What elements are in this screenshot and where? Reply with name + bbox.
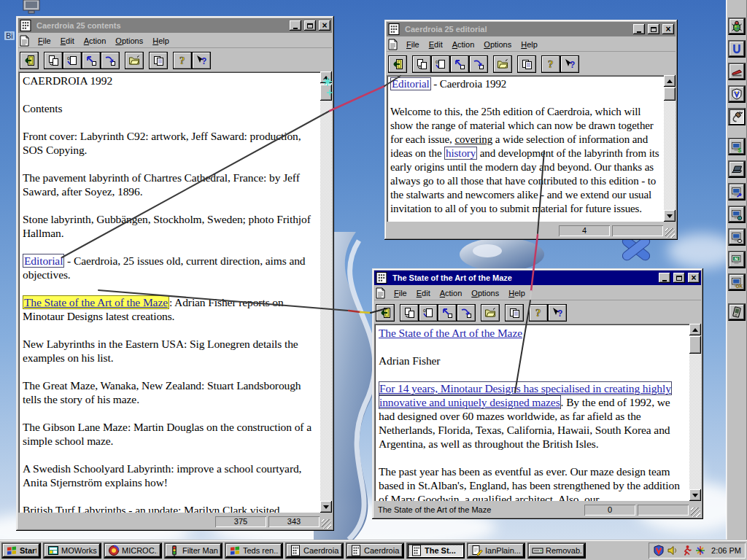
computer-arrow-launcher-button[interactable] <box>728 183 746 201</box>
taskbar-button-moworks[interactable]: MOWorks <box>43 542 101 559</box>
complete-link-button[interactable] <box>457 304 476 322</box>
scroll-down-button[interactable] <box>320 501 332 513</box>
context-help-button[interactable]: ? <box>548 304 567 322</box>
desktop-icon-label[interactable]: Bi <box>4 31 15 40</box>
running-man-icon[interactable] <box>681 545 692 556</box>
menu-options[interactable]: Options <box>111 35 148 47</box>
close-button[interactable]: × <box>319 20 330 31</box>
vertical-scrollbar[interactable] <box>689 324 701 501</box>
document-menu-icon[interactable] <box>387 39 399 50</box>
plug-launcher-button[interactable] <box>728 108 746 125</box>
vertical-scrollbar[interactable] <box>664 75 676 222</box>
document-content[interactable]: The State of the Art of the MazeAdrian F… <box>374 324 689 501</box>
taskbar-button-removab-[interactable]: Removab... <box>527 542 586 559</box>
scroll-track[interactable] <box>320 83 332 501</box>
hyperlink[interactable]: The State of the Art of the Maze <box>23 295 169 309</box>
menu-file[interactable]: File <box>402 39 425 50</box>
scroll-thumb[interactable] <box>664 88 676 101</box>
hyperlink[interactable]: Editorial <box>23 254 64 268</box>
start-button[interactable]: Start <box>1 542 41 559</box>
exit-button[interactable] <box>388 55 407 73</box>
menu-action[interactable]: Action <box>80 35 112 47</box>
scroll-down-button[interactable] <box>664 210 676 222</box>
help-button[interactable]: ? <box>173 52 192 69</box>
scroll-track[interactable] <box>689 335 701 489</box>
menu-help[interactable]: Help <box>148 35 174 47</box>
exit-button[interactable] <box>20 52 39 69</box>
complete-link-button[interactable] <box>101 52 120 69</box>
document-menu-icon[interactable] <box>375 287 387 299</box>
computer-camera-launcher-button[interactable] <box>728 206 746 223</box>
menu-options[interactable]: Options <box>479 39 516 50</box>
computer-mouse-launcher-button[interactable] <box>728 228 746 246</box>
scroll-down-button[interactable] <box>689 489 701 501</box>
open-folder-button[interactable] <box>125 52 144 69</box>
help-button[interactable]: ? <box>529 304 548 322</box>
titlebar[interactable]: The State of the Art of the Maze × <box>374 271 701 285</box>
copy-document-button[interactable] <box>400 304 419 322</box>
hyperlink[interactable]: The State of the Art of the Maze <box>379 327 522 339</box>
menu-options[interactable]: Options <box>467 287 504 299</box>
follow-link-button[interactable] <box>450 55 469 73</box>
copy-document-button[interactable] <box>44 52 63 69</box>
maximize-button[interactable] <box>304 20 316 31</box>
menu-action[interactable]: Action <box>436 287 468 299</box>
taskbar-button-caerdroia-[interactable]: Caerdroia... <box>285 542 344 559</box>
maximize-button[interactable] <box>673 273 685 283</box>
context-help-button[interactable]: ? <box>192 52 211 69</box>
follow-link-button[interactable] <box>82 52 101 69</box>
scroll-up-button[interactable] <box>689 324 701 335</box>
scroll-thumb[interactable] <box>689 336 701 354</box>
context-help-button[interactable]: ? <box>560 55 579 73</box>
copy-document-button[interactable] <box>412 55 431 73</box>
stapler-launcher-button[interactable] <box>728 63 746 80</box>
desktop-icon-partial[interactable] <box>22 0 41 14</box>
document-menu-icon[interactable] <box>19 35 31 47</box>
follow-link-button[interactable] <box>438 304 457 322</box>
maximize-button[interactable] <box>648 24 659 34</box>
minimize-button[interactable] <box>659 273 670 283</box>
close-button[interactable]: × <box>688 273 700 283</box>
minimize-button[interactable] <box>633 24 645 34</box>
volume-icon[interactable] <box>667 545 678 556</box>
menu-file[interactable]: File <box>34 35 56 47</box>
vertical-scrollbar[interactable] <box>320 71 332 513</box>
titlebar[interactable]: Caerdroia 25 contents × <box>18 18 332 33</box>
hyperlink[interactable]: history <box>444 147 477 160</box>
menu-help[interactable]: Help <box>504 287 530 299</box>
help-button[interactable]: ? <box>541 55 560 73</box>
taskbar-button-teds-ren-[interactable]: Teds ren... <box>225 542 283 559</box>
shield-launcher-button[interactable] <box>728 85 746 103</box>
menu-edit[interactable]: Edit <box>56 35 80 47</box>
laptop-launcher-button[interactable] <box>728 160 746 178</box>
exit-button[interactable] <box>376 304 395 322</box>
document-content[interactable]: CAERDROIA 1992ContentsFront cover: Labyr… <box>18 71 320 513</box>
pda-launcher-button[interactable] <box>728 303 746 321</box>
open-folder-button[interactable] <box>481 304 500 322</box>
spring-launcher-button[interactable] <box>728 40 746 58</box>
menu-edit[interactable]: Edit <box>425 39 448 50</box>
computer-dollar-launcher-button[interactable]: $ <box>728 138 746 155</box>
resize-grip[interactable] <box>665 228 675 238</box>
scroll-up-button[interactable] <box>664 75 676 87</box>
taskbar-button-the-st-[interactable]: The St... <box>406 542 465 559</box>
paste-document-button[interactable]: o <box>63 52 82 69</box>
titlebar[interactable]: Caerdroia 25 editorial × <box>387 22 676 36</box>
open-folder-button[interactable] <box>493 55 512 73</box>
scroll-track[interactable] <box>664 87 676 210</box>
copy-button[interactable] <box>149 52 168 69</box>
taskbar-button-filter-man-[interactable]: Filter Man... <box>164 542 222 559</box>
taskbar-button-ianplain-[interactable]: IanPlain.... <box>467 542 525 559</box>
complete-link-button[interactable] <box>469 55 488 73</box>
copy-button[interactable] <box>517 55 536 73</box>
computer-screen-launcher-button[interactable]: N <box>728 251 746 268</box>
starburst-icon[interactable] <box>694 545 706 556</box>
minimize-button[interactable] <box>290 20 301 31</box>
paste-document-button[interactable]: o <box>431 55 450 73</box>
computer-ok-launcher-button[interactable]: OK <box>728 273 746 291</box>
menu-file[interactable]: File <box>390 287 412 299</box>
copy-button[interactable] <box>505 304 524 322</box>
bug-launcher-button[interactable] <box>728 18 746 35</box>
resize-grip[interactable] <box>691 508 700 517</box>
taskbar-button-microc-[interactable]: MICROC... <box>104 542 162 559</box>
